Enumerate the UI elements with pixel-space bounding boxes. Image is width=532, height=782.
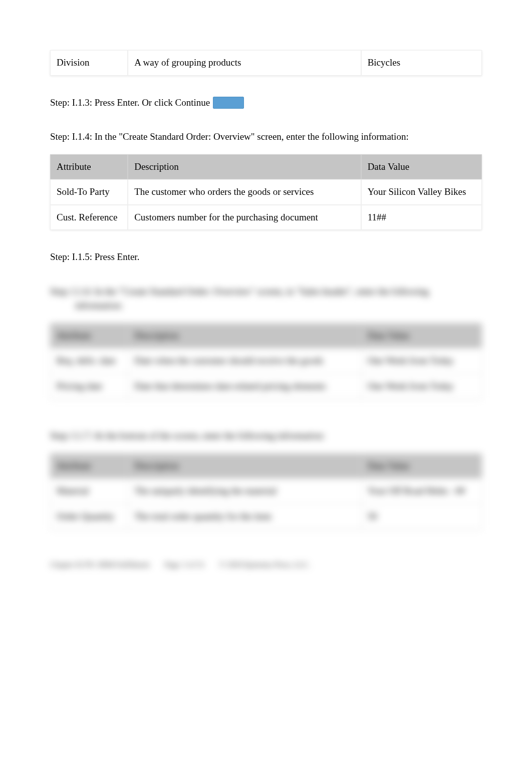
step-text: Step: I.1.3: Press Enter. Or click Conti…	[50, 96, 210, 110]
step-text: Step: I.1.5: Press Enter.	[50, 251, 139, 262]
cell-desc: The uniquely identifying the material	[128, 478, 361, 504]
header-attr: Attribute	[50, 154, 128, 180]
cell-attr: Cust. Reference	[50, 205, 128, 230]
footer-mid: Page: 3 of 31	[165, 559, 205, 571]
header-val: Data Value	[361, 323, 482, 349]
cell-desc: A way of grouping products	[128, 50, 361, 76]
header-desc: Description	[128, 323, 361, 349]
cell-desc: Customers number for the purchasing docu…	[128, 205, 361, 230]
step-i14: Step: I.1.4: In the "Create Standard Ord…	[50, 130, 482, 144]
cell-val: One Week from Today	[361, 348, 482, 374]
table-header-row: Attribute Description Data Value	[50, 453, 482, 479]
cell-val: Your Off Road Helm - ##	[361, 478, 482, 504]
step-i15: Step: I.1.5: Press Enter.	[50, 250, 482, 265]
footer-left: Chapter 02 PS: SRM-Fulfillment	[50, 559, 150, 571]
table-row: Material The uniquely identifying the ma…	[50, 478, 482, 504]
cell-attr: Sold-To Party	[50, 179, 128, 205]
table-i16: Attribute Description Data Value Req. de…	[50, 323, 482, 399]
cell-val: One Week from Today	[361, 374, 482, 399]
step-text: Step: I.1.4: In the "Create Standard Ord…	[50, 131, 409, 142]
footer-right: © 2020 Epistemy Press, LLC.	[219, 559, 310, 571]
cell-attr: Req. deliv. date	[50, 348, 128, 374]
header-attr: Attribute	[50, 323, 128, 349]
cell-attr: Material	[50, 478, 128, 504]
continue-button-icon	[213, 97, 244, 109]
table-row: Cust. Reference Customers number for the…	[50, 205, 482, 230]
step-i16: Step: I.1.6: In the "Create Standard Ord…	[50, 285, 482, 313]
step-i17: Step: I.1.7: At the bottom of the screen…	[50, 429, 482, 443]
table-i17: Attribute Description Data Value Materia…	[50, 453, 482, 530]
cell-val: 11##	[361, 205, 482, 230]
header-desc: Description	[128, 154, 361, 180]
cell-desc: Date that determines date-related pricin…	[128, 374, 361, 399]
table-header-row: Attribute Description Data Value	[50, 323, 482, 349]
header-val: Data Value	[361, 154, 482, 180]
cell-desc: The customer who orders the goods or ser…	[128, 179, 361, 205]
table-row: Sold-To Party The customer who orders th…	[50, 179, 482, 205]
cell-desc: The total order quantity for the item	[128, 504, 361, 530]
table-row: Order Quantity The total order quantity …	[50, 504, 482, 530]
cell-attr: Division	[50, 50, 128, 76]
table-row: Division A way of grouping products Bicy…	[50, 50, 482, 76]
step-i13: Step: I.1.3: Press Enter. Or click Conti…	[50, 96, 482, 110]
header-desc: Description	[128, 453, 361, 479]
step-text: Step: I.1.7: At the bottom of the screen…	[50, 430, 325, 441]
cell-val: Bicycles	[361, 50, 482, 76]
step-text-line1: Step: I.1.6: In the "Create Standard Ord…	[50, 285, 482, 299]
table-row: Req. deliv. date Date when the customer …	[50, 348, 482, 374]
table-row: Pricing date Date that determines date-r…	[50, 374, 482, 399]
table-header-row: Attribute Description Data Value	[50, 154, 482, 180]
step-text-line2: information:	[50, 299, 482, 313]
cell-val: Your Silicon Valley Bikes	[361, 179, 482, 205]
blurred-section-2: Step: I.1.7: At the bottom of the screen…	[50, 429, 482, 529]
header-val: Data Value	[361, 453, 482, 479]
cell-val: 50	[361, 504, 482, 530]
table-i14: Attribute Description Data Value Sold-To…	[50, 154, 482, 230]
page-footer: Chapter 02 PS: SRM-Fulfillment Page: 3 o…	[50, 559, 482, 571]
blurred-section-1: Step: I.1.6: In the "Create Standard Ord…	[50, 285, 482, 399]
cell-attr: Pricing date	[50, 374, 128, 399]
cell-attr: Order Quantity	[50, 504, 128, 530]
cell-desc: Date when the customer should receive th…	[128, 348, 361, 374]
header-attr: Attribute	[50, 453, 128, 479]
table-division: Division A way of grouping products Bicy…	[50, 50, 482, 76]
